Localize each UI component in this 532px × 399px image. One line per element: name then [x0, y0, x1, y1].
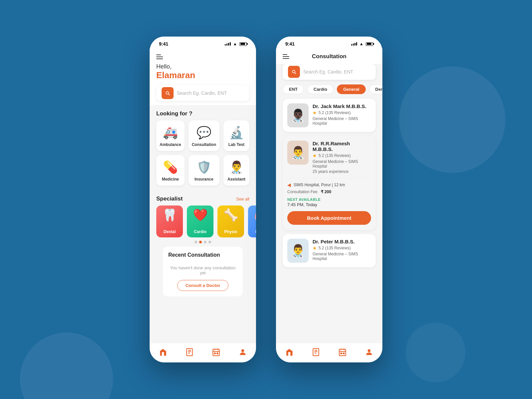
service-label-assistant: Assistant [227, 177, 245, 182]
nav-calendar-1[interactable] [212, 348, 220, 356]
service-insurance[interactable]: 🛡️ Insurance [189, 155, 219, 186]
svg-rect-8 [343, 353, 344, 354]
nav-records-1[interactable] [185, 348, 194, 356]
filter-dentist[interactable]: Dentist [369, 84, 382, 94]
lungs-icon: 🫁 [254, 208, 256, 222]
doctor-spec-jack-mark: General Medicine – SIMS Hospital [313, 116, 371, 126]
service-label-lab-test: Lab Test [228, 142, 244, 147]
search-placeholder-2: Search Eg. Cardio, ENT [303, 69, 353, 74]
search-icon-box-1 [162, 87, 174, 99]
doctor-card-jack-mark[interactable]: 👨🏿‍⚕️ Dr. Jack Mark M.B.B.S. ★ 5.2 (135 … [283, 99, 376, 132]
filter-general[interactable]: General [337, 84, 365, 94]
svg-point-9 [368, 349, 371, 352]
avail-time-ramesh: 7:45 PM, Today [287, 202, 371, 207]
consult-doctor-btn[interactable]: Consult a Doctor [177, 280, 229, 291]
status-time-2: 9:41 [285, 41, 295, 47]
location-text-ramesh: SIMS Hospital, Porur | 12 km [294, 183, 345, 187]
search-icon-1 [165, 90, 170, 96]
dot-1 [195, 241, 197, 243]
fee-amount-ramesh: ₹ 200 [321, 190, 331, 194]
dental-icon: 🦷 [162, 208, 177, 222]
service-medicine[interactable]: 💊 Medicine [156, 155, 185, 186]
status-bar-1: 9:41 ▲ [150, 37, 256, 49]
nav-profile-2[interactable] [365, 348, 373, 356]
svg-rect-2 [214, 353, 215, 354]
phone-home: 9:41 ▲ [150, 37, 256, 362]
looking-for-title: Looking for ? [156, 110, 193, 117]
bg-circle-right [399, 66, 505, 173]
nav-home-1[interactable] [159, 348, 167, 356]
specialist-lungs[interactable]: 🫁 Lungs [248, 205, 256, 237]
filter-cardio[interactable]: Cardio [307, 84, 333, 94]
dot-2 [199, 241, 202, 243]
specialist-label-lungs: Lungs [255, 229, 256, 234]
doctor-location-ramesh: ◀ SIMS Hospital, Porur | 12 km [287, 182, 371, 188]
doctor-name-peter: Dr. Peter M.B.B.S. [313, 239, 371, 244]
phone-consultation: 9:41 ▲ [276, 37, 382, 362]
see-all-btn[interactable]: See all [236, 197, 249, 201]
status-bar-2: 9:41 ▲ [276, 37, 382, 49]
carousel-dots [150, 237, 256, 247]
service-assistant[interactable]: 👨‍⚕️ Assistant [223, 155, 249, 186]
assistant-icon: 👨‍⚕️ [229, 160, 244, 174]
nav-home-2[interactable] [285, 348, 294, 356]
specialist-dental[interactable]: 🦷 Dental [156, 205, 183, 237]
specialist-cardio[interactable]: ❤️ Cardio [187, 205, 213, 237]
doctor-rating-peter: ★ 5.2 (135 Reviews) [313, 245, 371, 251]
phone1-header: Hello, Elamaran Search Eg. Cardio, ENT [150, 49, 256, 105]
svg-point-4 [241, 349, 244, 352]
doctor-spec-ramesh: General Medicine – SIMS Hospital [313, 159, 371, 169]
status-icons-1: ▲ [225, 42, 247, 46]
lab-test-icon: 🔬 [229, 126, 244, 140]
avatar-ramesh: 👨‍⚕️ [287, 141, 309, 165]
doctor-fee-ramesh: Consultation Fee ₹ 200 [287, 190, 371, 194]
doctor-card-ramesh[interactable]: 👨‍⚕️ Dr. R.R.Ramesh M.B.B.S. ★ 5.2 (135 … [283, 136, 376, 230]
service-label-medicine: Medicine [162, 177, 179, 182]
fee-label-ramesh: Consultation Fee [287, 190, 320, 194]
avatar-peter: 👨‍⚕️ [287, 239, 309, 263]
nav-records-2[interactable] [312, 348, 320, 356]
home-icon-2 [285, 348, 294, 356]
doctor-card-peter[interactable]: 👨‍⚕️ Dr. Peter M.B.B.S. ★ 5.2 (135 Revie… [283, 234, 376, 267]
doctor-info-jack-mark: Dr. Jack Mark M.B.B.S. ★ 5.2 (135 Review… [313, 103, 371, 126]
bg-circle-right2 [406, 323, 466, 382]
nav-profile-1[interactable] [238, 348, 247, 356]
star-icon-3: ★ [313, 245, 317, 251]
specialist-label-cardio: Cardio [194, 229, 206, 234]
bottom-nav-2 [276, 343, 382, 362]
cardio-icon: ❤️ [193, 208, 208, 222]
consultation-icon: 💬 [197, 126, 211, 140]
recent-section-wrapper: Recent Consultation You haven't done any… [150, 247, 256, 308]
book-appointment-btn[interactable]: Book Appointment [287, 211, 371, 225]
service-consultation[interactable]: 💬 Consultation [189, 120, 219, 151]
search-bar-2[interactable]: Search Eg. Cardio, ENT [283, 64, 376, 80]
service-ambulance[interactable]: 🚑 Ambulance [156, 120, 185, 151]
filter-row: ENT Cardio General Dentist [276, 84, 382, 99]
profile-icon-1 [238, 348, 247, 356]
svg-rect-3 [217, 353, 218, 354]
nav-calendar-2[interactable] [338, 348, 347, 356]
specialist-title: Specialist [156, 196, 183, 202]
specialist-label-physio: Physio [224, 229, 237, 234]
profile-icon-2 [365, 348, 373, 356]
doctor-divider-ramesh [287, 178, 371, 178]
insurance-icon: 🛡️ [197, 160, 211, 174]
doctor-name-ramesh: Dr. R.R.Ramesh M.B.B.S. [313, 141, 371, 152]
specialist-physio[interactable]: 🦴 Physio [217, 205, 244, 237]
home-icon-1 [159, 348, 167, 356]
service-lab-test[interactable]: 🔬 Lab Test [223, 120, 249, 151]
location-icon-ramesh: ◀ [287, 182, 291, 188]
recent-empty-text: You haven't done any consultation yet [168, 261, 237, 280]
filter-ent[interactable]: ENT [283, 84, 304, 94]
doctor-info-ramesh: Dr. R.R.Ramesh M.B.B.S. ★ 5.2 (135 Revie… [313, 141, 371, 174]
search-bar-1[interactable]: Search Eg. Cardio, ENT [156, 85, 249, 101]
menu-icon-2[interactable] [283, 54, 289, 59]
dot-4 [208, 241, 211, 243]
wifi-icon-1: ▲ [233, 42, 237, 46]
signal-icon-1 [225, 42, 231, 46]
doctor-top-jack-mark: 👨🏿‍⚕️ Dr. Jack Mark M.B.B.S. ★ 5.2 (135 … [287, 103, 371, 127]
phone2-content: Consultation Search Eg. Cardio, ENT ENT … [276, 49, 382, 343]
menu-icon-1[interactable] [156, 55, 249, 59]
phone2-header: Consultation [276, 49, 382, 64]
page-title-2: Consultation [312, 53, 346, 60]
